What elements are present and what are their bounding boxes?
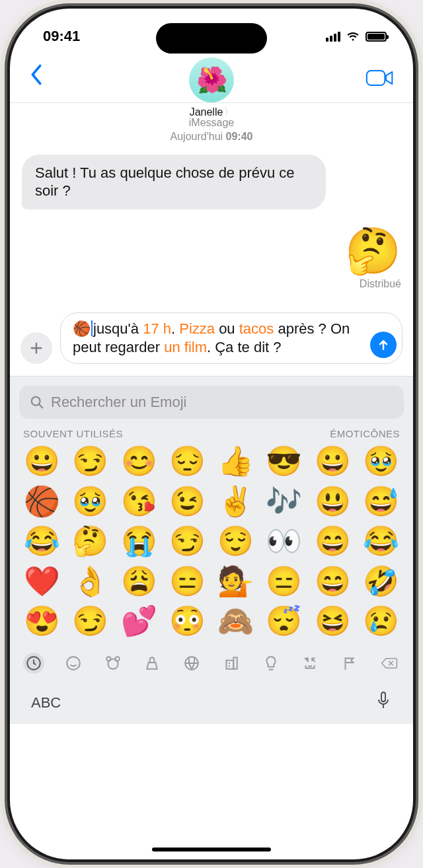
- seg-h4: un film: [164, 339, 207, 355]
- emoji-cell[interactable]: 😏: [69, 604, 112, 638]
- category-travel[interactable]: [221, 653, 242, 674]
- facetime-button[interactable]: [365, 61, 395, 90]
- seg-h1: 17 h: [143, 320, 171, 337]
- emoji-cell[interactable]: 😍: [20, 604, 63, 638]
- emoji-cell[interactable]: 😎: [262, 445, 305, 478]
- dictation-button[interactable]: [375, 691, 392, 715]
- seg-t1: jusqu'à: [93, 320, 143, 337]
- emoji-cell[interactable]: 😏: [166, 524, 209, 558]
- emoji-cell[interactable]: 😀: [20, 445, 63, 478]
- send-button[interactable]: [370, 332, 397, 358]
- contact-header[interactable]: 🌺 Janelle 〉: [189, 57, 234, 118]
- chevron-right-icon: 〉: [224, 106, 233, 118]
- seg-t3: ou: [215, 320, 239, 337]
- delete-key[interactable]: [379, 653, 400, 674]
- seg-t5: . Ça te dit ?: [207, 339, 282, 355]
- emoji-cell[interactable]: 😅: [360, 485, 403, 519]
- emoji-cell[interactable]: 🤔: [69, 524, 112, 558]
- category-objects[interactable]: [260, 653, 282, 674]
- wifi-icon: [346, 28, 360, 45]
- category-food[interactable]: [141, 653, 163, 674]
- category-animals[interactable]: [102, 653, 124, 674]
- delivered-label: Distribué: [22, 278, 401, 290]
- status-right: [326, 28, 387, 45]
- incoming-message-text: Salut ! Tu as quelque chose de prévu ce …: [35, 164, 295, 199]
- iphone-frame: 09:41 🌺 Janelle 〉 iMessage: [10, 9, 413, 859]
- emoji-cell[interactable]: 👍: [214, 445, 257, 478]
- svg-rect-10: [381, 692, 385, 702]
- back-button[interactable]: [23, 61, 50, 88]
- contact-name: Janelle: [190, 106, 223, 118]
- emoji-cell[interactable]: 🥹: [360, 445, 403, 478]
- emoji-cell[interactable]: 😴: [262, 604, 305, 638]
- svg-point-3: [67, 657, 80, 670]
- dynamic-island: [156, 23, 267, 54]
- emoji-cell[interactable]: ✌️: [214, 485, 257, 519]
- emoji-grid: 😀😏😊😔👍😎😀🥹🏀🥹😘😉✌️🎶😃😅😂🤔😭😏😌👀😄😂❤️👌😩😑💁😑😄🤣😍😏💕😳🙈😴…: [19, 445, 404, 642]
- emoji-cell[interactable]: 😢: [360, 604, 403, 638]
- emoji-cell[interactable]: 😂: [20, 524, 63, 558]
- incoming-message[interactable]: Salut ! Tu as quelque chose de prévu ce …: [22, 155, 326, 209]
- emoji-category-row: [19, 642, 404, 676]
- apps-button[interactable]: [20, 332, 52, 364]
- emoji-cell[interactable]: 😘: [118, 485, 161, 519]
- emoji-cell[interactable]: 😊: [118, 445, 161, 478]
- composer-row: 🏀jusqu'à 17 h. Pizza ou tacos après ? On…: [10, 295, 413, 376]
- battery-icon: [365, 32, 387, 42]
- emoji-cell[interactable]: 😉: [166, 485, 209, 519]
- section-frequently-used: SOUVENT UTILISÉS: [23, 428, 123, 439]
- emoji-cell[interactable]: 🥹: [69, 485, 112, 519]
- status-time: 09:41: [43, 28, 80, 45]
- avatar: 🌺: [189, 57, 234, 102]
- emoji-cell[interactable]: 😄: [311, 524, 354, 558]
- emoji-cell[interactable]: 😩: [118, 565, 161, 598]
- sent-message-emoji: 🤔: [345, 225, 401, 275]
- svg-rect-0: [367, 71, 385, 85]
- seg-h2: Pizza: [179, 320, 215, 337]
- emoji-cell[interactable]: 😂: [360, 524, 403, 558]
- emoji-cell[interactable]: ❤️: [20, 565, 63, 598]
- sent-message[interactable]: 🤔: [345, 228, 401, 273]
- emoji-cell[interactable]: 😀: [311, 445, 354, 478]
- emoji-cell[interactable]: 😃: [311, 485, 354, 519]
- emoji-cell[interactable]: 🎶: [262, 485, 305, 519]
- category-smileys[interactable]: [63, 653, 84, 674]
- emoji-cell[interactable]: 😌: [214, 524, 257, 558]
- text-cursor: [91, 320, 93, 336]
- emoji-cell[interactable]: 😆: [311, 604, 354, 638]
- emoji-cell[interactable]: 🙈: [214, 604, 257, 638]
- svg-point-6: [115, 657, 120, 661]
- abc-key[interactable]: ABC: [31, 694, 61, 711]
- emoji-cell[interactable]: 🤣: [360, 565, 403, 598]
- category-symbols[interactable]: [299, 653, 321, 674]
- emoji-cell[interactable]: 😭: [118, 524, 161, 558]
- category-flags[interactable]: [339, 653, 360, 674]
- emoji-cell[interactable]: 😑: [262, 565, 305, 598]
- category-recent[interactable]: [23, 653, 44, 674]
- avatar-emoji: 🌺: [196, 65, 227, 94]
- emoji-cell[interactable]: 😑: [166, 565, 209, 598]
- emoji-search[interactable]: Rechercher un Emoji: [19, 386, 404, 419]
- message-input[interactable]: 🏀jusqu'à 17 h. Pizza ou tacos après ? On…: [60, 312, 403, 364]
- emoji-keyboard: Rechercher un Emoji SOUVENT UTILISÉS ÉMO…: [10, 376, 413, 724]
- emoji-cell[interactable]: 👀: [262, 524, 305, 558]
- emoji-cell[interactable]: 😔: [166, 445, 209, 478]
- emoji-cell[interactable]: 😏: [69, 445, 112, 478]
- seg-h3: tacos: [239, 320, 274, 337]
- category-activity[interactable]: [181, 653, 202, 674]
- emoji-cell[interactable]: 😳: [166, 604, 209, 638]
- emoji-cell[interactable]: 🏀: [20, 485, 63, 519]
- sent-message-row: 🤔: [22, 228, 401, 273]
- emoji-cell[interactable]: 😄: [311, 565, 354, 598]
- conversation-thread[interactable]: iMessage Aujourd'hui 09:40 Salut ! Tu as…: [10, 103, 413, 295]
- emoji-cell[interactable]: 💁: [214, 565, 257, 598]
- emoji-cell[interactable]: 👌: [69, 565, 112, 598]
- seg-t2: .: [171, 320, 179, 337]
- emoji-cell[interactable]: 💕: [118, 604, 161, 638]
- emoji-search-placeholder: Rechercher un Emoji: [51, 394, 186, 411]
- timestamp-time: 09:40: [226, 131, 253, 142]
- navigation-bar: 🌺 Janelle 〉: [10, 55, 413, 94]
- home-indicator[interactable]: [152, 848, 271, 851]
- cellular-icon: [326, 31, 340, 42]
- emoji-section-labels: SOUVENT UTILISÉS ÉMOTICÔNES: [23, 428, 400, 439]
